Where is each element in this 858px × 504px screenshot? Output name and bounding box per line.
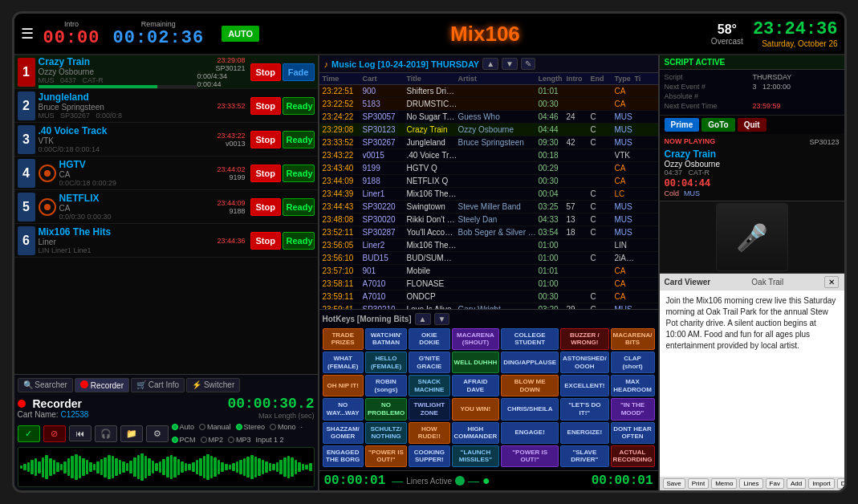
hotkey-button[interactable]: BLOW ME DOWN [501, 375, 559, 396]
hotkey-button[interactable]: SNACK MACHINE [409, 375, 449, 396]
hotkey-button[interactable]: OKIE DOKIE [409, 328, 449, 350]
hotkey-button[interactable]: NO WAY...WAY [323, 398, 364, 420]
record-confirm-button[interactable]: ✓ [18, 425, 40, 442]
record-settings-button[interactable]: ⚙ [146, 425, 169, 442]
ready-button-4[interactable]: Ready [283, 165, 315, 182]
hotkey-button[interactable]: COOKING SUPPER! [409, 445, 449, 467]
manual-radio[interactable] [199, 424, 205, 430]
card-viewer-footer-button[interactable]: Delete [837, 478, 844, 489]
pcm-radio[interactable] [172, 437, 178, 443]
table-row[interactable]: 23:43:22 v0015 .40 Voice Track 00:18 VTK [319, 149, 658, 162]
stop-button-1[interactable]: Stop [250, 63, 281, 81]
hotkey-button[interactable]: MAX HEADROOM [611, 375, 655, 396]
hotkey-button[interactable]: NO PROBLEMO [365, 398, 407, 420]
table-row[interactable]: 23:44:39 Liner1 Mix106 The Hits 00:04 C … [319, 188, 658, 201]
quit-button[interactable]: Quit [738, 118, 767, 132]
ready-button-2[interactable]: Ready [283, 97, 315, 115]
tab-recorder[interactable]: Recorder [75, 378, 129, 392]
record-headphone-button[interactable]: 🎧 [95, 425, 117, 442]
fade-button-1[interactable]: Fade [283, 63, 315, 81]
record-folder-button[interactable]: 📁 [120, 425, 143, 442]
stop-button-4[interactable]: Stop [250, 165, 281, 182]
hotkey-button[interactable]: CHRIS/SHEILA [501, 398, 559, 420]
hotkey-button[interactable]: HIGH COMMANDER [452, 422, 500, 444]
hotkey-button[interactable]: YOU WIN! [452, 398, 500, 420]
card-viewer-footer-button[interactable]: Add [787, 478, 806, 489]
table-row[interactable]: 23:56:05 Liner2 Mix106 The Hits (Bed) 01… [319, 239, 658, 252]
table-row[interactable]: 23:22:51 900 Shifters Drive In Q 01:01 C… [319, 85, 658, 98]
hotkey-button[interactable]: "SLAVE DRIVER" [560, 445, 609, 467]
hotkey-button[interactable]: AFRAID DAVE [452, 375, 500, 396]
hotkey-button[interactable]: HOW RUDE!! [409, 422, 449, 444]
hotkey-button[interactable]: "IN THE MOOD" [611, 398, 655, 420]
goto-button[interactable]: GoTo [701, 118, 734, 132]
table-row[interactable]: 23:58:11 A7010 FLONASE 01:00 CA [319, 278, 658, 291]
auto-button[interactable]: AUTO [222, 26, 259, 42]
stop-button-5[interactable]: Stop [250, 198, 281, 216]
hotkey-button[interactable]: ENGAGE! [501, 422, 559, 444]
table-row[interactable]: 23:48:08 SP30020 Rikki Don't Lose That N… [319, 213, 658, 226]
table-row[interactable]: 23:43:40 9199 HGTV Q 00:29 CA [319, 162, 658, 175]
table-row[interactable]: 23:22:52 5183 DRUMSTICK Q 00:30 CA [319, 98, 658, 111]
table-row[interactable]: 23:59:11 A7010 ONDCP 00:30 C CA [319, 291, 658, 303]
hotkey-button[interactable]: SCHULTZ/ NOTHING [365, 422, 407, 444]
menu-icon[interactable]: ☰ [21, 25, 34, 43]
hotkey-button[interactable]: G'NITE GRACIE [409, 352, 449, 373]
hotkey-button[interactable]: EXCELLENT! [560, 375, 609, 396]
card-viewer-footer-button[interactable]: Lines [739, 478, 762, 489]
hotkey-button[interactable]: MACARENA/ BITS [611, 328, 655, 350]
hotkey-button[interactable]: ASTONISHED/ OOOH [560, 352, 609, 373]
hotkey-button[interactable]: ACTUAL RECORDING [611, 445, 655, 467]
hotkey-button[interactable]: TRADE PRIZES [323, 328, 364, 350]
hotkey-button[interactable]: MACARENA (SHOUT) [452, 328, 500, 350]
hotkey-button[interactable]: WATCHIN' BATMAN [365, 328, 407, 350]
prime-button[interactable]: Prime [665, 118, 700, 132]
hotkey-button[interactable]: HELLO (FEMALE) [365, 352, 407, 373]
hotkey-button[interactable]: DING/APPLAUSE [501, 352, 559, 373]
tab-cart-info[interactable]: 🛒 Cart Info [131, 378, 185, 392]
table-row[interactable]: 23:59:41 SP30210 Love Is Alive Gary Wrig… [319, 303, 658, 309]
music-log-up-button[interactable]: ▲ [482, 58, 498, 70]
ready-button-6[interactable]: Ready [283, 232, 315, 250]
table-row[interactable]: 23:44:09 9188 NETFLIX Q 00:30 CA [319, 175, 658, 188]
hotkey-button[interactable]: DONT HEAR OFTEN [611, 422, 655, 444]
mono-radio[interactable] [270, 424, 276, 430]
tab-searcher[interactable]: 🔍 Searcher [18, 378, 73, 392]
hotkey-button[interactable]: COLLEGE STUDENT [501, 328, 559, 350]
table-row[interactable]: 23:57:10 901 Mobile 01:01 CA [319, 265, 658, 278]
hotkey-button[interactable]: "LET'S DO IT!" [560, 398, 609, 420]
table-row[interactable]: 23:44:43 SP30220 Swingtown Steve Miller … [319, 201, 658, 213]
table-row[interactable]: 23:29:08 SP30123 Crazy Train Ozzy Osbour… [319, 124, 658, 136]
hotkeys-up-button[interactable]: ▲ [415, 313, 431, 325]
table-row[interactable]: 23:56:10 BUD15 BUD/SUMMERSOUNDS 01:00 C … [319, 252, 658, 265]
ready-button-5[interactable]: Ready [283, 198, 315, 216]
hotkey-button[interactable]: "LAUNCH MISSILES" [452, 445, 500, 467]
hotkey-button[interactable]: ROBIN (songs) [365, 375, 407, 396]
hotkey-button[interactable]: OH NIP IT! [323, 375, 364, 396]
hotkey-button[interactable]: WELL DUHHH [452, 352, 500, 373]
music-log-edit-button[interactable]: ✎ [521, 58, 535, 70]
hotkey-button[interactable]: SHAZZAM/ GOMER [323, 422, 364, 444]
hotkey-button[interactable]: CLAP (short) [611, 352, 655, 373]
ready-button-3[interactable]: Ready [283, 131, 315, 148]
card-viewer-footer-button[interactable]: Save [663, 478, 685, 489]
card-viewer-footer-button[interactable]: Print [688, 478, 709, 489]
stereo-radio[interactable] [236, 424, 242, 430]
record-stop-button[interactable]: ⊘ [43, 425, 66, 442]
hotkey-button[interactable]: WHAT (FEMALE) [323, 352, 364, 373]
mp2-radio[interactable] [201, 437, 207, 443]
hotkey-button[interactable]: "POWER IS OUT!" [365, 445, 407, 467]
hotkeys-down-button[interactable]: ▼ [434, 313, 450, 325]
stop-button-3[interactable]: Stop [250, 131, 281, 148]
music-log-down-button[interactable]: ▼ [502, 58, 518, 70]
hotkey-button[interactable]: ENGAGED THE BORG [323, 445, 364, 467]
card-viewer-footer-button[interactable]: Fav [766, 478, 784, 489]
table-row[interactable]: 23:33:52 SP30267 Jungleland Bruce Spring… [319, 136, 658, 149]
table-row[interactable]: 23:52:11 SP30287 You'll Accompny Me Bob … [319, 226, 658, 239]
card-viewer-footer-button[interactable]: Memo [711, 478, 737, 489]
hotkey-button[interactable]: ENERGIZE! [560, 422, 609, 444]
mp3-radio[interactable] [228, 437, 234, 443]
stop-button-2[interactable]: Stop [250, 97, 281, 115]
card-viewer-close[interactable]: ✕ [824, 276, 839, 288]
hotkey-button[interactable]: "POWER IS OUT!" [501, 445, 559, 467]
